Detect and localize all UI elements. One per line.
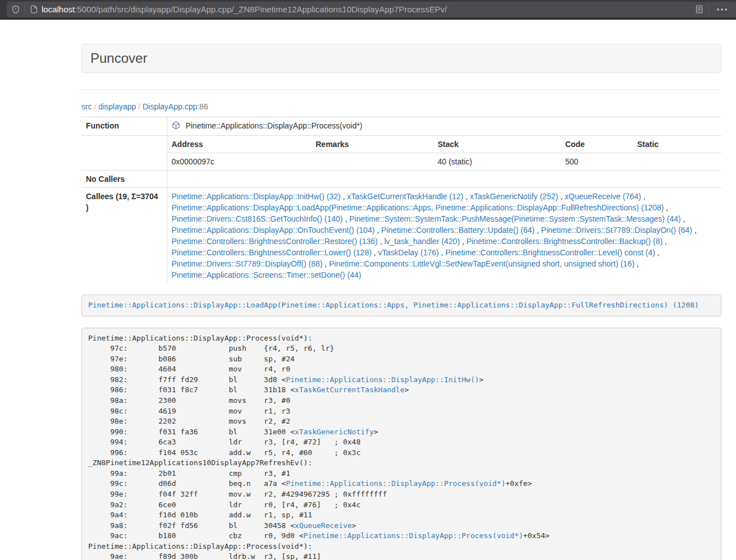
url-text[interactable]: localhost:5000/path/src/displayapp/Displ…	[42, 4, 694, 14]
callee-link[interactable]: Pinetime::Applications::DisplayApp::Init…	[172, 192, 341, 201]
loadapp-symbol-link[interactable]: Pinetime::Applications::DisplayApp::Load…	[88, 301, 699, 309]
asm-symbol-link[interactable]: Pinetime::Applications::DisplayApp::Init…	[286, 375, 479, 384]
callee-link[interactable]: Pinetime::Controllers::BrightnessControl…	[172, 237, 378, 246]
cube-symbol-icon	[172, 122, 182, 131]
callee-link[interactable]: xQueueReceive (764)	[565, 192, 641, 201]
column-header: Stack	[433, 136, 561, 153]
callees-row-header: Callees (19, Σ=3704 )	[81, 188, 167, 284]
function-stats-table: AddressRemarksStackCodeStatic 0x0000097c…	[167, 136, 722, 170]
breadcrumb-separator: /	[92, 102, 99, 111]
stats-value-row: 0x0000097c40 (static)500	[167, 153, 722, 171]
page-title: Puncover	[90, 51, 712, 66]
column-header: Code	[561, 136, 633, 153]
breadcrumb-separator: /	[136, 102, 143, 111]
callee-link[interactable]: Pinetime::Applications::DisplayApp::OnTo…	[172, 226, 375, 235]
asm-symbol-link[interactable]: xTaskGenericNotify	[295, 428, 374, 436]
asm-symbol-link[interactable]: xQueueReceive	[295, 521, 352, 530]
callee-link[interactable]: Pinetime::Controllers::BrightnessControl…	[445, 248, 655, 257]
stat-value-cell: 500	[561, 153, 633, 171]
stat-value-cell	[311, 153, 433, 171]
stat-value-cell: 40 (static)	[433, 153, 561, 171]
function-row-header: Function	[81, 117, 167, 136]
url-path: :5000/path/src/displayapp/DisplayApp.cpp…	[75, 4, 447, 14]
breadcrumb-link[interactable]: src	[81, 102, 92, 111]
callee-link[interactable]: Pinetime::Applications::DisplayApp::Load…	[172, 203, 664, 212]
breadcrumb-link[interactable]: DisplayApp.cpp	[143, 102, 197, 111]
tracking-protection-shield-icon[interactable]	[11, 5, 20, 14]
callers-cell	[167, 171, 721, 188]
callees-cell: Pinetime::Applications::DisplayApp::Init…	[167, 188, 721, 284]
breadcrumb-link[interactable]: displayapp	[98, 102, 136, 111]
table-row: No Callers	[81, 171, 721, 188]
function-table: Function Pinetime::Applications::Display…	[81, 117, 721, 283]
asm-symbol-link[interactable]: xTaskGetCurrentTaskHandle	[295, 385, 405, 394]
callee-link[interactable]: Pinetime::Drivers::Cst816S::GetTouchInfo…	[172, 214, 343, 223]
function-name: Pinetime::Applications::DisplayApp::Proc…	[185, 121, 362, 130]
assembly-code: Pinetime::Applications::DisplayApp::Proc…	[81, 328, 721, 560]
no-callers-row-header: No Callers	[81, 171, 167, 188]
urlbar-divider	[708, 4, 709, 15]
reader-mode-icon[interactable]	[694, 4, 704, 14]
divider	[81, 89, 721, 90]
empty-row-header	[81, 136, 167, 171]
asm-symbol-link[interactable]: Pinetime::Applications::DisplayApp::Proc…	[304, 531, 523, 540]
url-hostname: localhost	[42, 4, 75, 14]
callee-link[interactable]: Pinetime::Controllers::BrightnessControl…	[172, 248, 372, 257]
callee-link[interactable]: Pinetime::Drivers::St7789::DisplayOn() (…	[541, 226, 692, 235]
page-info-icon[interactable]	[30, 5, 38, 13]
stats-header-row: AddressRemarksStackCodeStatic	[167, 136, 722, 153]
urlbar-divider	[25, 4, 25, 15]
stat-value-cell	[633, 153, 721, 171]
table-row: Function Pinetime::Applications::Display…	[81, 117, 721, 136]
caller-snippet-panel: Pinetime::Applications::DisplayApp::Load…	[81, 295, 721, 316]
stat-value-cell: 0x0000097c	[167, 153, 312, 171]
url-bar[interactable]: localhost:5000/path/src/displayapp/Displ…	[7, 2, 736, 17]
page-container: Puncover src / displayapp / DisplayApp.c…	[81, 44, 721, 560]
column-header: Address	[167, 136, 312, 153]
asm-symbol-link[interactable]: Pinetime::Applications::DisplayApp::Proc…	[286, 479, 505, 488]
app-title-panel: Puncover	[81, 44, 721, 73]
callee-link[interactable]: xTaskGenericNotify (252)	[470, 192, 558, 201]
table-row: AddressRemarksStackCodeStatic 0x0000097c…	[81, 136, 721, 171]
callee-link[interactable]: Pinetime::System::SystemTask::PushMessag…	[349, 214, 681, 223]
column-header: Remarks	[311, 136, 433, 153]
column-header: Static	[633, 136, 721, 153]
breadcrumb-line-number: :86	[197, 102, 208, 111]
table-row: Callees (19, Σ=3704 ) Pinetime::Applicat…	[81, 188, 721, 284]
callee-link[interactable]: vTaskDelay (176)	[378, 248, 439, 257]
browser-toolbar: localhost:5000/path/src/displayapp/Displ…	[0, 0, 736, 20]
breadcrumb: src / displayapp / DisplayApp.cpp:86	[81, 101, 721, 112]
page-actions-menu-icon[interactable]	[714, 8, 730, 11]
callee-link[interactable]: xTaskGetCurrentTaskHandle (12)	[347, 192, 463, 201]
callee-link[interactable]: Pinetime::Drivers::St7789::DisplayOff() …	[172, 259, 323, 268]
callee-link[interactable]: Pinetime::Applications::Screens::Timer::…	[172, 270, 362, 279]
callee-link[interactable]: Pinetime::Controllers::BrightnessControl…	[467, 237, 662, 246]
callee-link[interactable]: lv_task_handler (420)	[384, 237, 460, 246]
callee-link[interactable]: Pinetime::Controllers::Battery::Update()…	[381, 226, 534, 235]
callee-link[interactable]: Pinetime::Components::LittleVgl::SetNewT…	[329, 259, 634, 268]
